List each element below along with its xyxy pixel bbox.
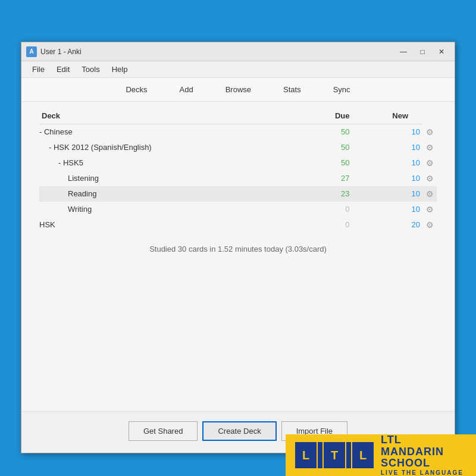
deck-table: Deck Due New - Chinese5010⚙- HSK 2012 (S… — [39, 108, 437, 233]
deck-gear[interactable]: ⚙ — [422, 140, 437, 155]
title-bar: A User 1 - Anki — □ ✕ — [21, 42, 455, 61]
app-window: A User 1 - Anki — □ ✕ File Edit Tools He… — [21, 42, 455, 453]
deck-gear[interactable]: ⚙ — [422, 202, 437, 217]
deck-due: 23 — [287, 186, 352, 202]
table-row[interactable]: Listening2710⚙ — [39, 171, 437, 186]
menu-tools[interactable]: Tools — [76, 62, 105, 76]
brand-letter-t: T — [324, 442, 345, 468]
deck-due: 0 — [287, 202, 352, 217]
deck-name[interactable]: - Chinese — [39, 124, 287, 140]
minimize-button[interactable]: — — [395, 46, 412, 58]
close-button[interactable]: ✕ — [433, 46, 450, 58]
gear-icon[interactable]: ⚙ — [426, 174, 434, 183]
brand-letter-l: L — [295, 442, 317, 468]
deck-name: Writing — [39, 202, 287, 217]
deck-gear[interactable]: ⚙ — [422, 171, 437, 186]
brand-bar: L T L LTL MANDARIN SCHOOL LIVE THE LANGU… — [286, 434, 476, 476]
deck-new: 10 — [352, 202, 422, 217]
deck-name: Listening — [39, 171, 287, 186]
brand-text: LTL MANDARIN SCHOOL LIVE THE LANGUAGE — [381, 434, 466, 476]
brand-name: LTL MANDARIN SCHOOL — [381, 434, 466, 469]
menu-bar: File Edit Tools Help — [21, 61, 455, 78]
deck-due: 27 — [287, 171, 352, 186]
table-row[interactable]: Writing010⚙ — [39, 202, 437, 217]
deck-gear[interactable]: ⚙ — [422, 155, 437, 171]
deck-new: 20 — [352, 217, 422, 233]
stats-text: Studied 30 cards in 1.52 minutes today (… — [39, 245, 437, 253]
brand-sub: LIVE THE LANGUAGE — [381, 469, 466, 476]
content-area: Deck Due New - Chinese5010⚙- HSK 2012 (S… — [21, 102, 455, 411]
window-title: User 1 - Anki — [40, 48, 395, 56]
toolbar-sync[interactable]: Sync — [326, 83, 358, 96]
deck-due: 50 — [287, 140, 352, 155]
deck-name[interactable]: - HSK 2012 (Spanish/English) — [39, 140, 287, 155]
deck-new: 10 — [352, 186, 422, 202]
toolbar: Decks Add Browse Stats Sync — [21, 78, 455, 102]
brand-letter-l2: L — [352, 442, 374, 468]
toolbar-browse[interactable]: Browse — [218, 83, 258, 96]
menu-help[interactable]: Help — [106, 62, 134, 76]
table-row[interactable]: Reading2310⚙ — [39, 186, 437, 202]
deck-gear[interactable]: ⚙ — [422, 217, 437, 233]
deck-name: Reading — [39, 186, 287, 202]
app-icon: A — [26, 46, 37, 57]
gear-icon[interactable]: ⚙ — [426, 143, 434, 152]
deck-new: 10 — [352, 140, 422, 155]
table-row[interactable]: - Chinese5010⚙ — [39, 124, 437, 140]
deck-gear[interactable]: ⚙ — [422, 124, 437, 140]
create-deck-button[interactable]: Create Deck — [202, 421, 276, 441]
gear-icon[interactable]: ⚙ — [426, 220, 434, 230]
deck-new: 10 — [352, 155, 422, 171]
menu-file[interactable]: File — [26, 62, 51, 76]
deck-due: 50 — [287, 155, 352, 171]
gear-icon[interactable]: ⚙ — [426, 158, 434, 168]
gear-icon[interactable]: ⚙ — [426, 205, 434, 214]
deck-name[interactable]: - HSK5 — [39, 155, 287, 171]
table-row[interactable]: HSK020⚙ — [39, 217, 437, 233]
brand-logo: L T L — [295, 442, 374, 468]
maximize-button[interactable]: □ — [414, 46, 431, 58]
deck-due: 50 — [287, 124, 352, 140]
get-shared-button[interactable]: Get Shared — [129, 421, 198, 441]
table-row[interactable]: - HSK55010⚙ — [39, 155, 437, 171]
col-deck: Deck — [39, 108, 287, 124]
col-new: New — [352, 108, 422, 124]
deck-gear[interactable]: ⚙ — [422, 186, 437, 202]
gear-icon[interactable]: ⚙ — [426, 189, 434, 199]
col-due: Due — [287, 108, 352, 124]
deck-new: 10 — [352, 171, 422, 186]
brand-logo-divider2 — [346, 442, 351, 468]
deck-name[interactable]: HSK — [39, 217, 287, 233]
toolbar-decks[interactable]: Decks — [118, 83, 154, 96]
window-controls: — □ ✕ — [395, 46, 450, 58]
toolbar-stats[interactable]: Stats — [276, 83, 308, 96]
deck-due: 0 — [287, 217, 352, 233]
menu-edit[interactable]: Edit — [51, 62, 76, 76]
table-row[interactable]: - HSK 2012 (Spanish/English)5010⚙ — [39, 140, 437, 155]
deck-new: 10 — [352, 124, 422, 140]
gear-icon[interactable]: ⚙ — [426, 127, 434, 137]
toolbar-add[interactable]: Add — [173, 83, 201, 96]
brand-logo-divider — [318, 442, 322, 468]
